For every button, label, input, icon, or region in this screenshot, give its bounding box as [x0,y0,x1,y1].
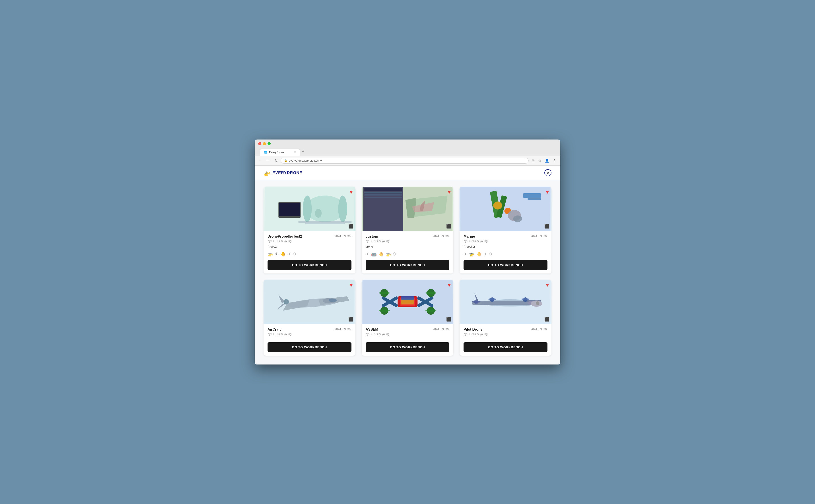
logo: 🚁 EVERYDRONE [264,170,302,176]
project-card-4: ♥ ⬛ AirCraft 2024. 09. 30. by SONGjaeyou… [264,280,355,356]
projects-grid: ♥ ⬛ DronePropellerTest2 2024. 09. 30. by… [264,187,551,356]
app-content: 🚁 EVERYDRONE ✕ [255,166,560,364]
card-date-3: 2024. 09. 30. [531,235,547,238]
card-author-3: by SONGjaeyoung [464,239,547,243]
card-body-4: AirCraft 2024. 09. 30. by SONGjaeyoung G… [264,324,355,356]
card-thumbnail-3: ♥ ⬛ [460,187,551,231]
drone-icon-3b[interactable]: 🚁 [469,251,475,257]
svg-point-51 [379,310,390,312]
translate-button[interactable]: ⊞ [530,158,536,164]
drone-icon-3e[interactable]: ✈ [489,251,493,257]
card-heart-4[interactable]: ♥ [350,282,353,288]
toolbar-actions: ⊞ ☆ 👤 ⋮ [530,158,558,164]
card-title-6: Pilot Drone [464,328,482,331]
lock-icon: 🔒 [284,159,287,162]
drone-icon-2e[interactable]: ✈ [393,251,397,257]
card-heart-3[interactable]: ♥ [546,189,549,195]
new-tab-button[interactable]: + [300,147,307,156]
card-tag-3: Propeller [464,245,547,248]
workbench-button-2[interactable]: GO TO WORKBENCH [366,260,450,270]
forward-button[interactable]: → [265,158,272,164]
drone-icon-1c[interactable]: 🤚 [280,251,286,257]
card-thumbnail-5: ♥ ⬛ [362,280,454,324]
svg-rect-8 [305,223,345,224]
drone-icon-1e[interactable]: ✈ [293,251,297,257]
card-3d-icon-1: ⬛ [348,224,353,229]
card-heart-5[interactable]: ♥ [448,282,451,288]
workbench-button-4[interactable]: GO TO WORKBENCH [268,342,351,352]
svg-rect-2 [279,203,300,216]
card-icons-row-2: ✈ 🤖 🤚 🚁 ✈ [366,251,450,257]
workbench-button-1[interactable]: GO TO WORKBENCH [268,260,351,270]
svg-rect-26 [523,193,541,198]
drone-icon-2c[interactable]: 🤚 [378,251,384,257]
workbench-button-5[interactable]: GO TO WORKBENCH [366,342,450,352]
browser-window: 🌐 EveryDrone ✕ + ← → ↻ 🔒 everydrone.io/p… [255,140,560,364]
drone-icon-2a[interactable]: ✈ [366,251,369,257]
card-heart-1[interactable]: ♥ [350,189,353,195]
address-bar[interactable]: 🔒 everydrone.io/projects/my [281,158,529,164]
project-card-3: ♥ ⬛ Marine 2024. 09. 30. by SONGjaeyoung… [460,187,551,273]
card-body-5: ASSEM 2024. 09. 30. by SONGjaeyoung GO T… [362,324,454,356]
card-3d-icon-3: ⬛ [544,224,549,229]
svg-point-35 [329,299,337,302]
svg-rect-14 [364,197,402,198]
tab-favicon: 🌐 [264,151,267,154]
back-button[interactable]: ← [257,158,264,164]
svg-rect-7 [298,221,351,223]
drone-icon-3c[interactable]: 🤚 [476,251,482,257]
active-tab[interactable]: 🌐 EveryDrone ✕ [260,149,300,156]
card-heart-2[interactable]: ♥ [448,189,451,195]
drone-icon-1b[interactable]: ✈ [275,251,279,257]
svg-rect-27 [528,198,541,200]
app-header: 🚁 EVERYDRONE ✕ [255,166,560,180]
drone-icon-3d[interactable]: ✈ [484,251,487,257]
card-author-2: by SONGjaeyoung [366,239,450,243]
card-thumbnail-2: ♥ ⬛ [362,187,454,231]
reload-button[interactable]: ↻ [273,158,279,164]
card-date-5: 2024. 09. 30. [433,328,449,331]
card-title-5: ASSEM [366,328,378,331]
svg-point-65 [488,298,496,300]
project-card-1: ♥ ⬛ DronePropellerTest2 2024. 09. 30. by… [264,187,355,273]
card-body-1: DronePropellerTest2 2024. 09. 30. by SON… [264,231,355,273]
card-3d-icon-6: ⬛ [544,317,549,322]
tab-bar: 🌐 EveryDrone ✕ + [258,147,557,156]
close-window-button[interactable] [258,142,261,145]
user-close-icon: ✕ [547,171,549,175]
workbench-button-6[interactable]: GO TO WORKBENCH [464,342,547,352]
card-date-1: 2024. 09. 30. [335,235,351,238]
svg-point-49 [425,292,436,294]
tab-close-button[interactable]: ✕ [294,151,296,154]
user-avatar[interactable]: ✕ [544,169,551,176]
browser-toolbar: ← → ↻ 🔒 everydrone.io/projects/my ⊞ ☆ 👤 … [255,156,560,166]
card-author-6: by SONGjaeyoung [464,332,547,336]
svg-point-53 [425,310,436,312]
drone-icon-3a[interactable]: ✈ [464,251,467,257]
svg-point-69 [536,301,539,305]
user-menu[interactable]: ✕ [544,169,551,176]
drone-icon-2b[interactable]: 🤖 [371,251,377,257]
drone-icon-1d[interactable]: ✈ [288,251,291,257]
profile-button[interactable]: 👤 [543,158,551,164]
svg-rect-13 [364,194,402,196]
svg-point-6 [315,209,322,218]
card-author-4: by SONGjaeyoung [268,332,351,336]
svg-point-25 [513,215,522,222]
drone-icon-2d[interactable]: 🚁 [386,251,391,257]
maximize-window-button[interactable] [268,142,271,145]
card-heart-6[interactable]: ♥ [546,282,549,288]
workbench-button-3[interactable]: GO TO WORKBENCH [464,260,547,270]
card-author-1: by SONGjaeyoung [268,239,351,243]
card-date-6: 2024. 09. 30. [531,328,547,331]
svg-point-63 [472,301,481,303]
url-text: everydrone.io/projects/my [289,159,322,162]
browser-titlebar: 🌐 EveryDrone ✕ + [255,140,560,156]
menu-button[interactable]: ⋮ [551,158,558,164]
bookmark-button[interactable]: ☆ [537,158,543,164]
card-thumbnail-6: ♥ ⬛ [460,280,551,324]
card-tag-1: Props2 [268,245,351,248]
drone-icon-1a[interactable]: 🚁 [268,251,273,257]
svg-point-67 [522,298,530,300]
minimize-window-button[interactable] [263,142,266,145]
